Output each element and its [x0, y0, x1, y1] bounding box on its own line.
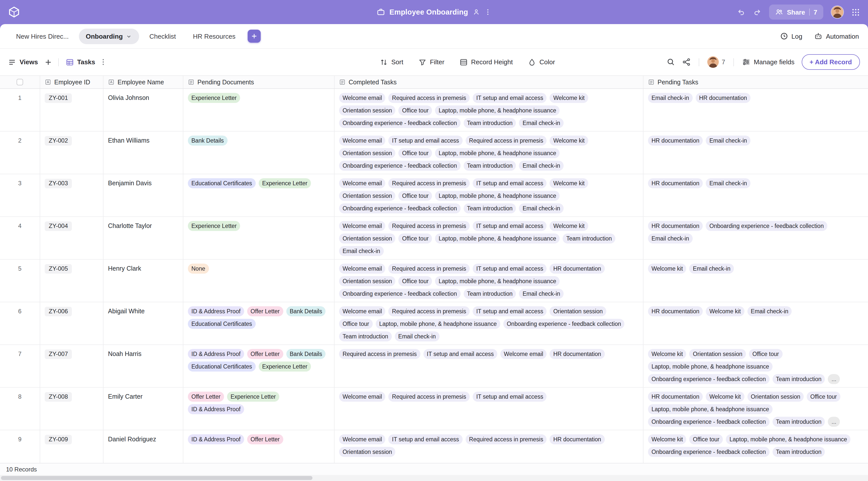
employee-name-cell[interactable]: Benjamin Davis — [103, 174, 183, 216]
view-options-icon[interactable] — [99, 58, 107, 66]
employee-name-cell[interactable]: Ethan Williams — [103, 132, 183, 174]
collaborator-count: 7 — [721, 59, 725, 66]
completed-tasks-cell[interactable]: Welcome emailRequired access in premesis… — [335, 174, 644, 216]
employee-id-cell[interactable]: ZY-002 — [40, 132, 103, 174]
pending-tasks-cell[interactable]: Email check-inHR documentation — [644, 89, 868, 131]
row-number[interactable]: 1 — [0, 89, 40, 131]
row-number[interactable]: 8 — [0, 388, 40, 430]
employee-id-cell[interactable]: ZY-005 — [40, 260, 103, 302]
completed-tasks-cell[interactable]: Welcome emailIT setup and email accessRe… — [335, 132, 644, 174]
row-number[interactable]: 6 — [0, 302, 40, 345]
column-header-pending-tasks[interactable]: Pending Tasks — [644, 76, 868, 88]
employee-id-cell[interactable]: ZY-007 — [40, 345, 103, 387]
pending-tasks-cell[interactable]: HR documentationWelcome kitOrientation s… — [644, 388, 868, 430]
option-chip: Welcome email — [339, 178, 385, 188]
pending-tasks-cell[interactable]: HR documentationWelcome kitEmail check-i… — [644, 302, 868, 345]
add-table-button[interactable] — [247, 30, 260, 43]
pending-tasks-cell[interactable]: Welcome kitOffice tourLaptop, mobile pho… — [644, 430, 868, 463]
share-view-icon[interactable] — [682, 58, 690, 66]
completed-tasks-cell[interactable]: Welcome emailRequired access in premesis… — [335, 302, 644, 345]
current-view[interactable]: Tasks — [66, 58, 95, 66]
app-logo-icon[interactable] — [8, 6, 20, 18]
redo-icon[interactable] — [753, 8, 761, 16]
search-icon[interactable] — [666, 58, 675, 66]
row-number[interactable]: 9 — [0, 430, 40, 463]
pending-documents-cell[interactable]: ID & Address ProofOffer LetterBank Detai… — [183, 345, 335, 387]
user-avatar[interactable] — [831, 5, 844, 19]
share-button[interactable]: Share 7 — [769, 4, 823, 20]
row-number[interactable]: 5 — [0, 260, 40, 302]
employee-name-cell[interactable]: Henry Clark — [103, 260, 183, 302]
filter-button[interactable]: Filter — [418, 58, 444, 66]
employee-id-cell[interactable]: ZY-008 — [40, 388, 103, 430]
select-all-checkbox[interactable] — [17, 79, 23, 85]
pending-tasks-cell[interactable]: HR documentationOnboarding experience - … — [644, 217, 868, 259]
base-title[interactable]: Employee Onboarding — [389, 8, 468, 16]
tab-label: HR Resources — [193, 32, 235, 40]
pending-documents-cell[interactable]: None — [183, 260, 335, 302]
pending-documents-cell[interactable]: Experience Letter — [183, 217, 335, 259]
employee-name-value: Charlotte Taylor — [108, 221, 152, 229]
kebab-menu-icon[interactable] — [484, 8, 491, 15]
option-chip: Experience Letter — [259, 361, 311, 372]
employee-id-cell[interactable]: ZY-004 — [40, 217, 103, 259]
pending-tasks-cell[interactable]: HR documentationEmail check-in — [644, 174, 868, 216]
pending-tasks-cell[interactable]: Welcome kitOrientation sessionOffice tou… — [644, 345, 868, 387]
employee-id-cell[interactable]: ZY-009 — [40, 430, 103, 463]
employee-name-cell[interactable]: Olivia Johnson — [103, 89, 183, 131]
option-chip: ID & Address Proof — [188, 434, 244, 444]
completed-tasks-cell[interactable]: Welcome emailRequired access in premesis… — [335, 217, 644, 259]
tab-onboarding[interactable]: Onboarding — [79, 28, 140, 44]
pending-documents-cell[interactable]: Experience Letter — [183, 89, 335, 131]
completed-tasks-cell[interactable]: Welcome emailRequired access in premesis… — [335, 388, 644, 430]
column-header-completed-tasks[interactable]: Completed Tasks — [335, 76, 644, 88]
row-number[interactable]: 7 — [0, 345, 40, 387]
option-chip: Team introduction — [772, 447, 825, 457]
collaborator-icon[interactable] — [473, 8, 480, 15]
manage-fields-button[interactable]: Manage fields — [742, 58, 795, 66]
column-header-pending-documents[interactable]: Pending Documents — [183, 76, 335, 88]
apps-menu-icon[interactable] — [851, 8, 860, 16]
row-number[interactable]: 3 — [0, 174, 40, 216]
color-button[interactable]: Color — [528, 58, 555, 66]
column-header-employee-id[interactable]: Employee ID — [40, 76, 103, 88]
tab-new-hires-direc[interactable]: New Hires Direc... — [9, 28, 76, 44]
employee-name-cell[interactable]: Charlotte Taylor — [103, 217, 183, 259]
add-record-button[interactable]: + Add Record — [801, 54, 860, 70]
tab-checklist[interactable]: Checklist — [143, 28, 183, 44]
pending-documents-cell[interactable]: ID & Address ProofOffer LetterBank Detai… — [183, 302, 335, 345]
employee-id-cell[interactable]: ZY-001 — [40, 89, 103, 131]
horizontal-scrollbar-thumb[interactable] — [1, 476, 312, 480]
add-view-button[interactable] — [44, 58, 52, 66]
completed-tasks-cell[interactable]: Required access in premesisIT setup and … — [335, 345, 644, 387]
log-button[interactable]: Log — [780, 32, 802, 40]
pending-documents-cell[interactable]: Offer LetterExperience LetterID & Addres… — [183, 388, 335, 430]
sort-button[interactable]: Sort — [380, 58, 403, 66]
row-number[interactable]: 2 — [0, 132, 40, 174]
horizontal-scrollbar[interactable] — [0, 475, 868, 481]
column-label: Completed Tasks — [349, 78, 397, 86]
tab-hr-resources[interactable]: HR Resources — [186, 28, 242, 44]
row-number[interactable]: 4 — [0, 217, 40, 259]
completed-tasks-cell[interactable]: Welcome emailIT setup and email accessRe… — [335, 430, 644, 463]
undo-icon[interactable] — [737, 8, 745, 16]
completed-tasks-cell[interactable]: Welcome emailRequired access in premesis… — [335, 260, 644, 302]
select-all-cell[interactable] — [0, 76, 40, 88]
employee-name-cell[interactable]: Abigail White — [103, 302, 183, 345]
employee-id-cell[interactable]: ZY-006 — [40, 302, 103, 345]
pending-tasks-cell[interactable]: HR documentationEmail check-in — [644, 132, 868, 174]
employee-name-cell[interactable]: Daniel Rodriguez — [103, 430, 183, 463]
pending-documents-cell[interactable]: Bank Details — [183, 132, 335, 174]
employee-name-cell[interactable]: Noah Harris — [103, 345, 183, 387]
pending-documents-cell[interactable]: Educational CertificatesExperience Lette… — [183, 174, 335, 216]
views-button[interactable]: Views — [8, 58, 38, 66]
record-height-button[interactable]: Record Height — [459, 58, 513, 66]
collaborators[interactable]: 7 — [707, 56, 725, 68]
column-header-employee-name[interactable]: Employee Name — [103, 76, 183, 88]
employee-name-cell[interactable]: Emily Carter — [103, 388, 183, 430]
pending-documents-cell[interactable]: ID & Address ProofOffer Letter — [183, 430, 335, 463]
completed-tasks-cell[interactable]: Welcome emailRequired access in premesis… — [335, 89, 644, 131]
pending-tasks-cell[interactable]: Welcome kitEmail check-in — [644, 260, 868, 302]
employee-id-cell[interactable]: ZY-003 — [40, 174, 103, 216]
automation-button[interactable]: Automation — [814, 32, 859, 40]
